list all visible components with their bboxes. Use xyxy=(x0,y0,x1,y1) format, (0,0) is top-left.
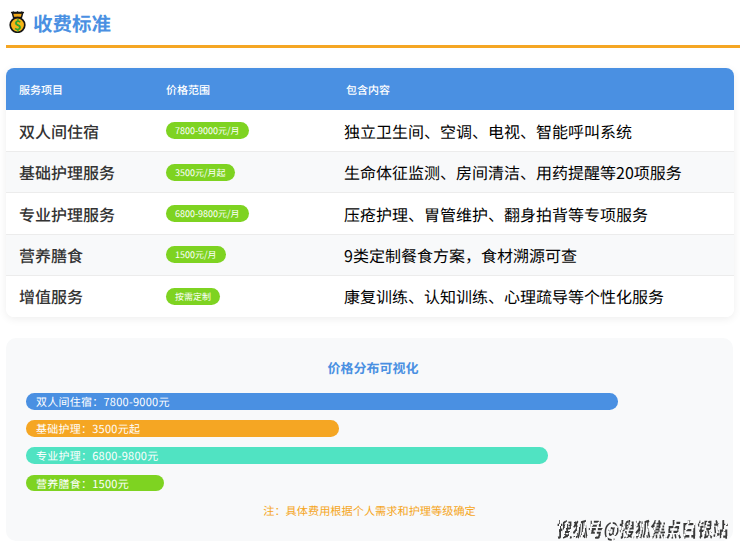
svg-text:$: $ xyxy=(14,15,22,33)
